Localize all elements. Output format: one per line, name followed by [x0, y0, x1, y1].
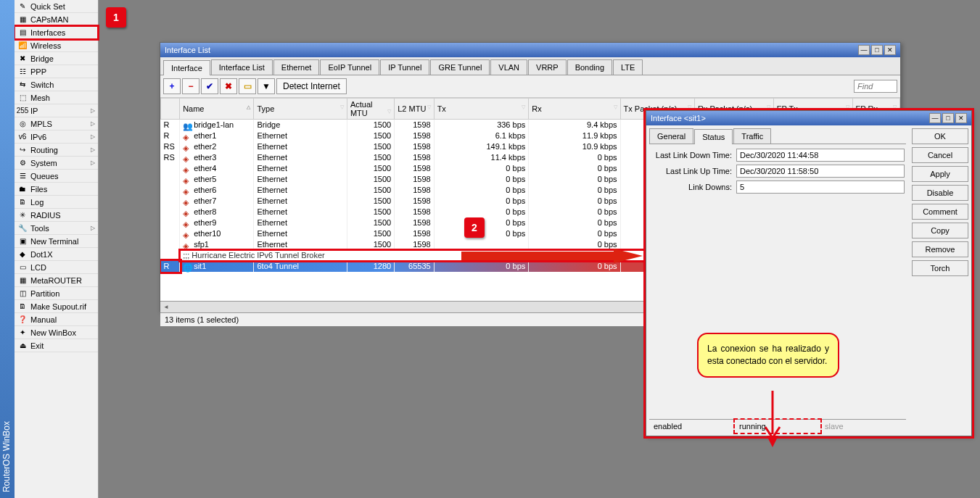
detail-tab-traffic[interactable]: Traffic	[733, 128, 771, 144]
menu-icon: ▦	[17, 275, 28, 286]
menu-icon: 🔧	[17, 223, 28, 233]
sidebar-item-interfaces[interactable]: ▤Interfaces	[15, 26, 98, 39]
sidebar-item-ipv6[interactable]: v6IPv6▷	[15, 130, 98, 144]
tab-ethernet[interactable]: Ethernet	[273, 59, 320, 75]
tab-ip-tunnel[interactable]: IP Tunnel	[380, 59, 429, 75]
sidebar-label: System	[30, 159, 57, 167]
sidebar: ✎Quick Set▦CAPsMAN▤Interfaces📶Wireless✖B…	[15, 0, 99, 498]
menu-icon: ◆	[17, 249, 28, 260]
column-header[interactable]: Name △	[180, 99, 254, 120]
sidebar-item-mpls[interactable]: ◎MPLS▷	[15, 117, 98, 130]
ether-icon: ◈	[183, 198, 192, 205]
ok-button[interactable]: OK	[912, 128, 968, 144]
sidebar-label: Tools	[30, 224, 49, 233]
window-titlebar[interactable]: Interface List — □ ✕	[160, 43, 900, 57]
tab-interface-list[interactable]: Interface List	[211, 59, 273, 75]
detail-tab-status[interactable]: Status	[694, 129, 733, 144]
detail-tabs: GeneralStatusTraffic	[649, 128, 906, 144]
sidebar-item-quick-set[interactable]: ✎Quick Set	[15, 0, 98, 13]
maximize-icon[interactable]: □	[871, 45, 883, 55]
menu-icon: ▦	[17, 14, 28, 25]
column-header[interactable]: L2 MTU▽	[395, 99, 434, 120]
detail-title: Interface <sit1>	[651, 114, 929, 123]
sidebar-item-manual[interactable]: ❓Manual	[15, 313, 98, 326]
annotation-note: La conexion se ha realizado y esta conec…	[697, 333, 839, 378]
remove-button[interactable]: Remove	[912, 241, 968, 257]
close-icon[interactable]: ✕	[884, 45, 896, 55]
menu-icon: ⚙	[17, 158, 28, 168]
column-header[interactable]: Type▽	[254, 99, 347, 120]
minimize-icon[interactable]: —	[858, 45, 870, 55]
detail-titlebar[interactable]: Interface <sit1> — □ ✕	[646, 111, 971, 125]
enable-button[interactable]: ✔	[201, 78, 218, 94]
filter-button[interactable]: ▼	[258, 78, 275, 94]
note-arrow-icon	[758, 391, 787, 449]
sidebar-item-radius[interactable]: ✳RADIUS	[15, 209, 98, 222]
sidebar-item-log[interactable]: 🗎Log	[15, 196, 98, 209]
sidebar-item-wireless[interactable]: 📶Wireless	[15, 39, 98, 52]
chevron-right-icon: ▷	[91, 107, 95, 114]
sidebar-item-lcd[interactable]: ▭LCD	[15, 261, 98, 274]
maximize-icon[interactable]: □	[942, 113, 954, 123]
minimize-icon[interactable]: —	[929, 113, 941, 123]
tab-vlan[interactable]: VLAN	[490, 59, 527, 75]
close-icon[interactable]: ✕	[955, 113, 967, 123]
tab-interface[interactable]: Interface	[163, 60, 210, 75]
disable-button[interactable]: ✖	[220, 78, 237, 94]
sidebar-item-partition[interactable]: ◫Partition	[15, 287, 98, 300]
tab-bonding[interactable]: Bonding	[567, 59, 612, 75]
sidebar-label: Files	[30, 185, 47, 194]
svg-marker-1	[767, 436, 778, 447]
torch-button[interactable]: Torch	[912, 260, 968, 276]
ether-icon: ◈	[183, 133, 192, 140]
remove-button[interactable]: −	[182, 78, 199, 94]
add-button[interactable]: +	[163, 78, 181, 94]
tab-eoip-tunnel[interactable]: EoIP Tunnel	[320, 59, 379, 75]
menu-icon: 255	[17, 106, 28, 116]
sidebar-item-ip[interactable]: 255IP▷	[15, 104, 98, 117]
sidebar-item-dot1x[interactable]: ◆Dot1X	[15, 248, 98, 261]
sidebar-item-routing[interactable]: ↪Routing▷	[15, 144, 98, 157]
sidebar-item-make-supout-rif[interactable]: 🗎Make Supout.rif	[15, 300, 98, 313]
tab-gre-tunnel[interactable]: GRE Tunnel	[430, 59, 490, 75]
sidebar-item-files[interactable]: 🖿Files	[15, 183, 98, 196]
sidebar-item-exit[interactable]: ⏏Exit	[15, 339, 98, 352]
cancel-button[interactable]: Cancel	[912, 147, 968, 163]
copy-button[interactable]: Copy	[912, 223, 968, 238]
disable-button[interactable]: Disable	[912, 185, 968, 201]
menu-icon: ◎	[17, 119, 28, 129]
sfp-icon: ◈	[183, 241, 192, 249]
ether-icon: ◈	[183, 144, 192, 151]
sidebar-item-bridge[interactable]: ✖Bridge	[15, 52, 98, 65]
chevron-right-icon: ▷	[91, 159, 95, 166]
menu-icon: ⏏	[17, 341, 28, 351]
sidebar-item-capsman[interactable]: ▦CAPsMAN	[15, 13, 98, 26]
comment-button[interactable]: ▭	[239, 78, 256, 94]
column-header[interactable]: Tx▽	[434, 99, 529, 120]
sidebar-label: Wireless	[30, 41, 61, 50]
menu-icon: ☷	[17, 67, 28, 77]
column-header[interactable]: Rx▽	[529, 99, 620, 120]
sidebar-item-new-terminal[interactable]: ▣New Terminal	[15, 235, 98, 248]
menu-icon: ✖	[17, 54, 28, 64]
sidebar-item-queues[interactable]: ☰Queues	[15, 170, 98, 183]
column-header[interactable]: Actual MTU▽	[347, 99, 394, 120]
tab-lte[interactable]: LTE	[613, 59, 643, 75]
menu-icon: ☰	[17, 171, 28, 181]
sidebar-item-switch[interactable]: ⇆Switch	[15, 78, 98, 91]
sidebar-item-metarouter[interactable]: ▦MetaROUTER	[15, 274, 98, 287]
ether-icon: ◈	[183, 165, 192, 173]
sidebar-item-ppp[interactable]: ☷PPP	[15, 65, 98, 78]
tab-vrrp[interactable]: VRRP	[528, 59, 567, 75]
sidebar-item-tools[interactable]: 🔧Tools▷	[15, 222, 98, 235]
sidebar-item-system[interactable]: ⚙System▷	[15, 157, 98, 170]
detect-internet-button[interactable]: Detect Internet	[276, 78, 347, 94]
apply-button[interactable]: Apply	[912, 166, 968, 182]
comment-button[interactable]: Comment	[912, 204, 968, 220]
column-header[interactable]	[161, 99, 180, 120]
detail-tab-general[interactable]: General	[649, 128, 693, 144]
sidebar-item-new-winbox[interactable]: ✦New WinBox	[15, 326, 98, 339]
sidebar-item-mesh[interactable]: ⬚Mesh	[15, 91, 98, 104]
sidebar-label: Log	[30, 198, 44, 207]
find-input[interactable]	[854, 80, 897, 93]
